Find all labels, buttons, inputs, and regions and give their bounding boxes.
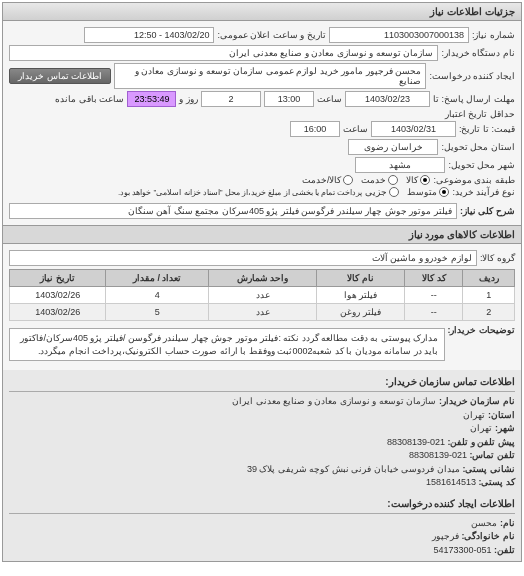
buyer-contact-section: اطلاعات تماس سازمان خریدار: نام سازمان خ…	[3, 370, 521, 561]
buyer-notes-label: توضیحات خریدار:	[448, 325, 516, 335]
validity-from-label: حداقل تاریخ اعتبار	[445, 109, 515, 119]
public-announce-value: 1403/02/20 - 12:50	[84, 27, 214, 43]
table-row: 2 -- فیلتر روغن عدد 5 1403/02/26	[10, 304, 515, 321]
delivery-province: خراسان رضوی	[348, 139, 438, 155]
requester-label: ایجاد کننده درخواست:	[429, 71, 515, 81]
goods-body: گروه کالا: لوازم خودرو و ماشین آلات ردیف…	[3, 244, 521, 370]
deadline-label: مهلت ارسال پاسخ: تا	[433, 94, 515, 104]
deadline-time: 13:00	[264, 91, 314, 107]
budget-cat-label: طبقه بندی موضوعی:	[433, 175, 515, 185]
th-code: کد کالا	[405, 270, 463, 287]
buyer-org-value: سازمان توسعه و نوسازی معادن و صنایع معدن…	[9, 45, 438, 61]
details-panel: جزئیات اطلاعات نیاز شماره نیاز: 11030030…	[2, 2, 522, 562]
radio-minor[interactable]	[389, 187, 399, 197]
budget-radio-group: کالا خدمت کالا/خدمت	[302, 175, 431, 185]
process-note: پرداخت تمام یا بخشی از مبلغ خرید،از محل …	[118, 188, 363, 197]
delivery-province-label: استان محل تحویل:	[441, 142, 515, 152]
panel-title: جزئیات اطلاعات نیاز	[3, 3, 521, 21]
deadline-date: 1403/02/23	[345, 91, 430, 107]
deadline-time-label: ساعت	[317, 94, 342, 104]
goods-group-label: گروه کالا:	[480, 253, 515, 263]
th-name: نام کالا	[316, 270, 404, 287]
th-unit: واحد شمارش	[209, 270, 317, 287]
delivery-city-label: شهر محل تحویل:	[448, 160, 515, 170]
goods-table: ردیف کد کالا نام کالا واحد شمارش تعداد /…	[9, 269, 515, 321]
need-desc-label: شرح کلی نیاز:	[460, 206, 515, 216]
timer-label: ساعت باقی مانده	[55, 94, 124, 104]
radio-kala-khedmat[interactable]	[343, 175, 353, 185]
process-type-label: نوع فرآیند خرید:	[452, 187, 515, 197]
requester-value: محسن فرجپور مامور خرید لوازم عمومی سازما…	[114, 63, 426, 89]
buyer-contact-button[interactable]: اطلاعات تماس خریدار	[9, 68, 111, 84]
buyer-org-label: نام دستگاه خریدار:	[441, 48, 515, 58]
table-header-row: ردیف کد کالا نام کالا واحد شمارش تعداد /…	[10, 270, 515, 287]
radio-kala[interactable]	[420, 175, 430, 185]
buyer-notes-value: مدارک پیوستی به دقت مطالعه گردد نکته :فی…	[9, 328, 445, 361]
goods-group-value: لوازم خودرو و ماشین آلات	[9, 250, 477, 266]
panel-body: شماره نیاز: 1103003007000138 تاریخ و ساع…	[3, 21, 521, 225]
process-radio-group: متوسط جزیی	[365, 187, 449, 197]
radio-khedmat[interactable]	[388, 175, 398, 185]
validity-time-label: ساعت	[343, 124, 368, 134]
th-date: تاریخ نیاز	[10, 270, 106, 287]
radio-medium[interactable]	[439, 187, 449, 197]
validity-date: 1403/02/31	[371, 121, 456, 137]
th-qty: تعداد / مقدار	[106, 270, 209, 287]
th-row: ردیف	[463, 270, 515, 287]
table-row: 1 -- فیلتر هوا عدد 4 1403/02/26	[10, 287, 515, 304]
buyer-contact-header: اطلاعات تماس سازمان خریدار:	[9, 374, 515, 392]
request-no-value: 1103003007000138	[329, 27, 469, 43]
validity-to-label: قیمت: تا تاریخ:	[459, 124, 515, 134]
request-no-label: شماره نیاز:	[472, 30, 515, 40]
requester-contact-header: اطلاعات ایجاد کننده درخواست:	[9, 496, 515, 514]
days-remain-label: روز و	[179, 94, 198, 104]
days-remain: 2	[201, 91, 261, 107]
goods-section-header: اطلاعات کالاهای مورد نیاز	[3, 225, 521, 244]
delivery-city: مشهد	[355, 157, 445, 173]
public-announce-label: تاریخ و ساعت اعلان عمومی:	[217, 30, 326, 40]
need-desc-value: فیلتر موتور جوش چهار سیلندر فرگوسن فیلتر…	[9, 203, 457, 219]
countdown-timer: 23:53:49	[127, 91, 176, 107]
validity-time: 16:00	[290, 121, 340, 137]
